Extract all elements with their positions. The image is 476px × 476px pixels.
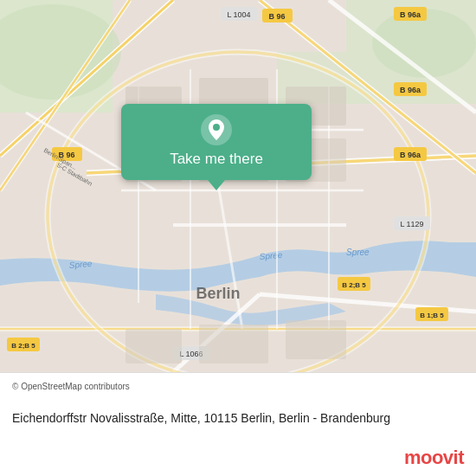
map-container: B 96 B 96a B 96a B 96a B 96 L 1004 L 112…	[0, 0, 476, 372]
svg-text:B 96a: B 96a	[400, 86, 421, 94]
svg-text:B 1;B 5: B 1;B 5	[420, 312, 444, 319]
osm-credit: © OpenStreetMap contributors	[12, 382, 464, 391]
svg-rect-65	[199, 325, 268, 363]
svg-text:Berlin: Berlin	[196, 285, 240, 302]
svg-text:B 96: B 96	[268, 12, 285, 21]
map-svg: B 96 B 96a B 96a B 96a B 96 L 1004 L 112…	[0, 0, 476, 372]
svg-text:Spree: Spree	[259, 250, 283, 261]
tooltip-overlay: Take me there	[121, 104, 312, 180]
svg-text:B 2;B 5: B 2;B 5	[11, 342, 35, 350]
svg-text:Spree: Spree	[68, 259, 93, 270]
svg-point-68	[213, 124, 220, 131]
address-text: Eichendorffstr Novalisstraße, Mitte, 101…	[12, 391, 464, 447]
location-pin-icon	[201, 114, 232, 145]
info-bar: © OpenStreetMap contributors Eichendorff…	[0, 372, 476, 476]
svg-text:L 1004: L 1004	[227, 10, 250, 19]
app: B 96 B 96a B 96a B 96a B 96 L 1004 L 112…	[0, 0, 476, 476]
take-me-there-button[interactable]: Take me there	[170, 151, 263, 168]
svg-text:B 2;B 5: B 2;B 5	[342, 281, 366, 289]
svg-text:L 1129: L 1129	[400, 220, 423, 228]
svg-text:B 96a: B 96a	[400, 10, 421, 19]
svg-rect-66	[286, 320, 346, 359]
svg-rect-64	[125, 329, 182, 363]
moovit-logo: moovit	[12, 447, 464, 469]
svg-text:Spree: Spree	[346, 248, 370, 257]
svg-text:B 96a: B 96a	[400, 151, 421, 159]
moovit-logo-text: moovit	[404, 447, 464, 469]
